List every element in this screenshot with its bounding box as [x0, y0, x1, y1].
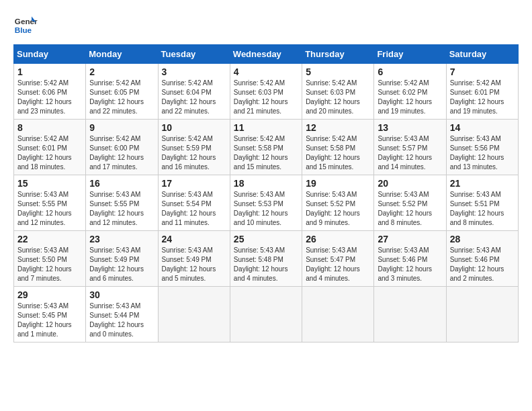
day-info: Sunrise: 5:42 AMSunset: 6:03 PMDaylight:… — [234, 79, 298, 116]
calendar-week-3: 15Sunrise: 5:43 AMSunset: 5:55 PMDayligh… — [14, 175, 519, 231]
weekday-tuesday: Tuesday — [158, 45, 230, 64]
calendar-table: SundayMondayTuesdayWednesdayThursdayFrid… — [13, 44, 519, 342]
day-number: 5 — [306, 66, 370, 77]
day-number: 15 — [17, 178, 82, 189]
day-number: 23 — [89, 234, 154, 244]
calendar-cell: 1Sunrise: 5:42 AMSunset: 6:06 PMDaylight… — [14, 64, 86, 120]
weekday-sunday: Sunday — [14, 45, 86, 64]
calendar-cell: 17Sunrise: 5:43 AMSunset: 5:54 PMDayligh… — [158, 175, 230, 231]
calendar-cell: 27Sunrise: 5:43 AMSunset: 5:46 PMDayligh… — [374, 231, 446, 287]
calendar-body: 1Sunrise: 5:42 AMSunset: 6:06 PMDaylight… — [14, 64, 519, 342]
calendar-cell: 22Sunrise: 5:43 AMSunset: 5:50 PMDayligh… — [14, 231, 86, 287]
day-info: Sunrise: 5:43 AMSunset: 5:54 PMDaylight:… — [162, 190, 226, 228]
calendar-week-5: 29Sunrise: 5:43 AMSunset: 5:45 PMDayligh… — [14, 287, 519, 342]
day-info: Sunrise: 5:43 AMSunset: 5:44 PMDaylight:… — [89, 302, 154, 339]
day-info: Sunrise: 5:42 AMSunset: 6:03 PMDaylight:… — [306, 79, 370, 116]
day-number: 22 — [17, 234, 82, 244]
weekday-header-row: SundayMondayTuesdayWednesdayThursdayFrid… — [14, 45, 519, 64]
day-info: Sunrise: 5:43 AMSunset: 5:56 PMDaylight:… — [450, 134, 515, 172]
calendar-cell: 7Sunrise: 5:42 AMSunset: 6:01 PMDaylight… — [446, 64, 518, 120]
calendar-cell: 2Sunrise: 5:42 AMSunset: 6:05 PMDaylight… — [86, 64, 158, 120]
day-info: Sunrise: 5:42 AMSunset: 6:04 PMDaylight:… — [162, 79, 226, 116]
day-number: 13 — [378, 122, 442, 133]
calendar-cell: 24Sunrise: 5:43 AMSunset: 5:49 PMDayligh… — [158, 231, 230, 287]
day-info: Sunrise: 5:43 AMSunset: 5:46 PMDaylight:… — [450, 246, 515, 283]
weekday-monday: Monday — [86, 45, 158, 64]
calendar-cell: 25Sunrise: 5:43 AMSunset: 5:48 PMDayligh… — [230, 231, 302, 287]
weekday-saturday: Saturday — [446, 45, 518, 64]
logo-icon: General Blue — [13, 13, 38, 38]
day-info: Sunrise: 5:42 AMSunset: 6:06 PMDaylight:… — [17, 79, 82, 116]
calendar-week-2: 8Sunrise: 5:42 AMSunset: 6:01 PMDaylight… — [14, 120, 519, 175]
day-info: Sunrise: 5:43 AMSunset: 5:48 PMDaylight:… — [234, 246, 298, 283]
calendar-cell: 10Sunrise: 5:42 AMSunset: 5:59 PMDayligh… — [158, 120, 230, 175]
day-info: Sunrise: 5:43 AMSunset: 5:57 PMDaylight:… — [378, 134, 442, 172]
calendar-cell: 29Sunrise: 5:43 AMSunset: 5:45 PMDayligh… — [14, 287, 86, 342]
day-info: Sunrise: 5:42 AMSunset: 5:59 PMDaylight:… — [162, 134, 226, 172]
day-info: Sunrise: 5:42 AMSunset: 6:00 PMDaylight:… — [89, 134, 154, 172]
day-number: 10 — [162, 122, 226, 133]
day-info: Sunrise: 5:43 AMSunset: 5:50 PMDaylight:… — [17, 246, 82, 283]
day-info: Sunrise: 5:42 AMSunset: 6:05 PMDaylight:… — [89, 79, 154, 116]
weekday-thursday: Thursday — [302, 45, 374, 64]
day-info: Sunrise: 5:42 AMSunset: 6:02 PMDaylight:… — [378, 79, 442, 116]
weekday-friday: Friday — [374, 45, 446, 64]
day-info: Sunrise: 5:43 AMSunset: 5:53 PMDaylight:… — [234, 190, 298, 228]
calendar-cell: 20Sunrise: 5:43 AMSunset: 5:52 PMDayligh… — [374, 175, 446, 231]
calendar-cell: 6Sunrise: 5:42 AMSunset: 6:02 PMDaylight… — [374, 64, 446, 120]
day-number: 11 — [234, 122, 298, 133]
calendar-cell: 23Sunrise: 5:43 AMSunset: 5:49 PMDayligh… — [86, 231, 158, 287]
day-number: 18 — [234, 178, 298, 189]
calendar-cell: 28Sunrise: 5:43 AMSunset: 5:46 PMDayligh… — [446, 231, 518, 287]
calendar-cell: 16Sunrise: 5:43 AMSunset: 5:55 PMDayligh… — [86, 175, 158, 231]
day-info: Sunrise: 5:42 AMSunset: 6:01 PMDaylight:… — [450, 79, 515, 116]
day-info: Sunrise: 5:42 AMSunset: 6:01 PMDaylight:… — [17, 134, 82, 172]
day-info: Sunrise: 5:42 AMSunset: 5:58 PMDaylight:… — [234, 134, 298, 172]
calendar-cell: 8Sunrise: 5:42 AMSunset: 6:01 PMDaylight… — [14, 120, 86, 175]
calendar-cell: 26Sunrise: 5:43 AMSunset: 5:47 PMDayligh… — [302, 231, 374, 287]
day-number: 16 — [89, 178, 154, 189]
calendar-cell: 19Sunrise: 5:43 AMSunset: 5:52 PMDayligh… — [302, 175, 374, 231]
calendar-cell: 30Sunrise: 5:43 AMSunset: 5:44 PMDayligh… — [86, 287, 158, 342]
day-number: 26 — [306, 234, 370, 244]
day-number: 25 — [234, 234, 298, 244]
day-number: 6 — [378, 66, 442, 77]
day-number: 14 — [450, 122, 515, 133]
day-number: 2 — [89, 66, 154, 77]
calendar-cell: 3Sunrise: 5:42 AMSunset: 6:04 PMDaylight… — [158, 64, 230, 120]
calendar-cell: 18Sunrise: 5:43 AMSunset: 5:53 PMDayligh… — [230, 175, 302, 231]
day-info: Sunrise: 5:43 AMSunset: 5:52 PMDaylight:… — [378, 190, 442, 228]
day-info: Sunrise: 5:43 AMSunset: 5:52 PMDaylight:… — [306, 190, 370, 228]
day-number: 29 — [17, 289, 82, 300]
day-number: 9 — [89, 122, 154, 133]
day-info: Sunrise: 5:43 AMSunset: 5:47 PMDaylight:… — [306, 246, 370, 283]
day-number: 24 — [162, 234, 226, 244]
day-number: 28 — [450, 234, 515, 244]
calendar-cell: 5Sunrise: 5:42 AMSunset: 6:03 PMDaylight… — [302, 64, 374, 120]
calendar-week-4: 22Sunrise: 5:43 AMSunset: 5:50 PMDayligh… — [14, 231, 519, 287]
day-number: 27 — [378, 234, 442, 244]
day-info: Sunrise: 5:43 AMSunset: 5:45 PMDaylight:… — [17, 302, 82, 339]
day-info: Sunrise: 5:43 AMSunset: 5:55 PMDaylight:… — [17, 190, 82, 228]
day-number: 21 — [450, 178, 515, 189]
day-info: Sunrise: 5:43 AMSunset: 5:51 PMDaylight:… — [450, 190, 515, 228]
logo: General Blue — [13, 13, 38, 38]
day-number: 4 — [234, 66, 298, 77]
day-number: 12 — [306, 122, 370, 133]
calendar-cell: 15Sunrise: 5:43 AMSunset: 5:55 PMDayligh… — [14, 175, 86, 231]
calendar-cell: 13Sunrise: 5:43 AMSunset: 5:57 PMDayligh… — [374, 120, 446, 175]
weekday-wednesday: Wednesday — [230, 45, 302, 64]
calendar-cell — [302, 287, 374, 342]
calendar-cell: 14Sunrise: 5:43 AMSunset: 5:56 PMDayligh… — [446, 120, 518, 175]
day-info: Sunrise: 5:43 AMSunset: 5:49 PMDaylight:… — [162, 246, 226, 283]
calendar-cell: 11Sunrise: 5:42 AMSunset: 5:58 PMDayligh… — [230, 120, 302, 175]
day-number: 30 — [89, 289, 154, 300]
day-info: Sunrise: 5:43 AMSunset: 5:49 PMDaylight:… — [89, 246, 154, 283]
day-info: Sunrise: 5:42 AMSunset: 5:58 PMDaylight:… — [306, 134, 370, 172]
calendar-cell — [158, 287, 230, 342]
calendar-cell: 4Sunrise: 5:42 AMSunset: 6:03 PMDaylight… — [230, 64, 302, 120]
calendar-cell: 21Sunrise: 5:43 AMSunset: 5:51 PMDayligh… — [446, 175, 518, 231]
day-number: 8 — [17, 122, 82, 133]
svg-text:Blue: Blue — [15, 26, 32, 34]
calendar-cell: 12Sunrise: 5:42 AMSunset: 5:58 PMDayligh… — [302, 120, 374, 175]
